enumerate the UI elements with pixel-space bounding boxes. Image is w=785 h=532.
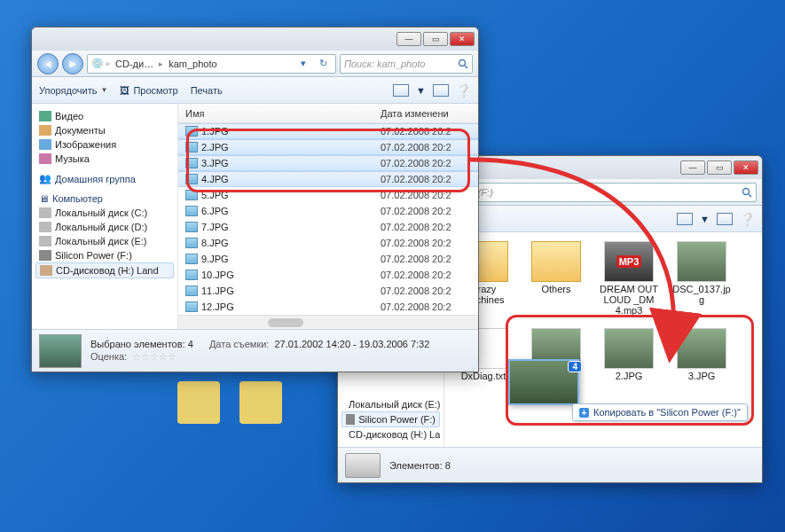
item-count: Элементов: 8 <box>389 460 451 471</box>
file-date: 07.02.2008 20:2 <box>381 238 478 248</box>
close-button[interactable]: ✕ <box>450 32 475 46</box>
help-icon[interactable]: ❔ <box>740 212 755 226</box>
status-bar: Выбрано элементов: 4 Дата съемки: 27.01.… <box>32 329 478 372</box>
toolbar: Упорядочить▼ 🖼Просмотр Печать ▼ ❔ <box>32 77 478 104</box>
file-item[interactable]: DSC_0137.jpg <box>671 241 732 316</box>
file-date: 07.02.2008 20:2 <box>381 222 478 232</box>
sidebar-item-usb[interactable]: Silicon Power (F:) <box>341 411 440 427</box>
homegroup-icon: 👥 <box>39 173 51 184</box>
file-date: 07.02.2008 20:2 <box>381 158 478 168</box>
file-row[interactable]: 11.JPG07.02.2008 20:2 <box>178 283 478 299</box>
print-button[interactable]: Печать <box>191 85 223 96</box>
view-button[interactable] <box>393 84 409 97</box>
sidebar-item-docs[interactable]: Документы <box>35 123 174 137</box>
view-button[interactable] <box>677 213 693 225</box>
image-icon <box>185 142 198 153</box>
help-icon[interactable]: ❔ <box>456 83 471 98</box>
svg-point-0 <box>459 59 466 66</box>
file-name: 8.JPG <box>201 238 229 248</box>
titlebar[interactable]: — ▭ ✕ <box>32 27 478 51</box>
image-icon <box>185 126 198 137</box>
scrollbar-horizontal[interactable] <box>178 315 478 329</box>
status-thumbnail <box>39 334 82 368</box>
file-name: 2.JPG <box>616 371 643 381</box>
sidebar-item-cd[interactable]: CD-дисковод (H:) Land <box>35 262 174 278</box>
scroll-thumb[interactable] <box>268 318 303 327</box>
sidebar-item-video[interactable]: Видео <box>35 109 174 123</box>
sidebar-group-homegroup[interactable]: 👥Домашняя группа <box>35 171 174 186</box>
address-bar: ◄ ► 💿 « CD-ди… ▸ kam_photo ▾ ↻ Поиск: ka… <box>32 51 478 77</box>
sidebar-item-drive-c[interactable]: Локальный диск (C:) <box>35 206 174 220</box>
file-row[interactable]: 1.JPG07.02.2008 20:2 <box>178 123 478 139</box>
preview-button[interactable]: 🖼Просмотр <box>120 85 177 96</box>
file-name: DREAM OUT LOUD _DM 4.mp3 <box>599 284 659 316</box>
desktop-icon[interactable] <box>239 381 282 424</box>
sidebar-item-images[interactable]: Изображения <box>35 137 174 152</box>
file-row[interactable]: 9.JPG07.02.2008 20:2 <box>178 251 478 267</box>
file-row[interactable]: 12.JPG07.02.2008 20:2 <box>178 299 478 315</box>
column-date[interactable]: Дата изменени <box>381 108 478 119</box>
file-row[interactable]: 3.JPG07.02.2008 20:2 <box>178 155 478 171</box>
image-icon <box>185 301 198 312</box>
status-bar: Элементов: 8 <box>338 447 762 482</box>
forward-button[interactable]: ► <box>62 53 83 74</box>
file-list[interactable]: Имя Дата изменени 1.JPG07.02.2008 20:22.… <box>178 104 478 329</box>
file-item[interactable]: Others <box>526 241 586 316</box>
explorer-window-source: — ▭ ✕ ◄ ► 💿 « CD-ди… ▸ kam_photo ▾ ↻ Пои… <box>31 27 479 372</box>
file-row[interactable]: 4.JPG07.02.2008 20:2 <box>178 171 478 187</box>
navigation-pane[interactable]: Видео Документы Изображения Музыка 👥Дома… <box>32 104 178 329</box>
rating-stars[interactable]: ☆☆☆☆☆ <box>132 351 177 363</box>
preview-icon: 🖼 <box>120 85 130 96</box>
desktop-icon[interactable] <box>177 381 220 424</box>
sidebar-item-music[interactable]: Музыка <box>35 152 174 166</box>
file-item[interactable]: 2.JPG <box>599 328 659 381</box>
sidebar-item-drive-d[interactable]: Локальный диск (D:) <box>35 220 174 234</box>
image-icon <box>185 286 198 296</box>
image-icon <box>185 206 198 216</box>
breadcrumb-item[interactable]: CD-ди… <box>112 59 157 69</box>
file-row[interactable]: 5.JPG07.02.2008 20:2 <box>178 187 478 203</box>
back-button[interactable]: ◄ <box>37 53 59 74</box>
sidebar-item-usb[interactable]: Silicon Power (F:) <box>35 248 174 262</box>
file-row[interactable]: 6.JPG07.02.2008 20:2 <box>178 203 478 219</box>
breadcrumb[interactable]: 💿 « CD-ди… ▸ kam_photo ▾ ↻ <box>87 54 336 74</box>
sidebar-item-drive-e[interactable]: Локальный диск (E:) <box>341 397 440 411</box>
preview-pane-button[interactable] <box>433 84 449 97</box>
file-name: DSC_0137.jpg <box>671 284 732 305</box>
image-icon <box>185 270 198 280</box>
file-thumbnail <box>604 328 654 369</box>
file-thumbnail: MP3 <box>604 241 654 282</box>
file-item[interactable]: MP3DREAM OUT LOUD _DM 4.mp3 <box>599 241 659 316</box>
file-name: 3.JPG <box>688 371 716 381</box>
sidebar-group-computer[interactable]: 🖥Компьютер <box>35 192 174 206</box>
organize-button[interactable]: Упорядочить▼ <box>39 85 107 96</box>
file-name: 4.JPG <box>201 174 229 184</box>
breadcrumb-item[interactable]: kam_photo <box>165 59 220 69</box>
file-thumbnail <box>677 241 726 282</box>
preview-pane-button[interactable] <box>717 213 733 225</box>
maximize-button[interactable]: ▭ <box>707 160 732 175</box>
column-headers[interactable]: Имя Дата изменени <box>178 104 478 123</box>
column-name[interactable]: Имя <box>178 108 381 119</box>
file-date: 07.02.2008 20:2 <box>381 174 478 184</box>
maximize-button[interactable]: ▭ <box>423 32 448 46</box>
file-row[interactable]: 2.JPG07.02.2008 20:2 <box>178 139 478 155</box>
svg-line-1 <box>465 66 467 68</box>
image-icon <box>185 238 198 248</box>
svg-line-3 <box>749 194 751 197</box>
minimize-button[interactable]: — <box>396 32 421 46</box>
file-name: 6.JPG <box>201 206 229 216</box>
search-input[interactable]: Поиск: kam_photo <box>340 54 473 74</box>
file-item[interactable]: 3.JPG <box>671 328 732 381</box>
close-button[interactable]: ✕ <box>734 160 758 175</box>
dropdown-icon[interactable]: ▾ <box>294 55 312 73</box>
refresh-icon[interactable]: ↻ <box>314 55 332 73</box>
file-row[interactable]: 10.JPG07.02.2008 20:2 <box>178 267 478 283</box>
sidebar-item-cd[interactable]: CD-дисковод (H:) Land <box>341 427 440 442</box>
file-row[interactable]: 8.JPG07.02.2008 20:2 <box>178 235 478 251</box>
image-icon <box>185 254 198 264</box>
minimize-button[interactable]: — <box>680 160 705 175</box>
file-row[interactable]: 7.JPG07.02.2008 20:2 <box>178 219 478 235</box>
sidebar-item-drive-e[interactable]: Локальный диск (E:) <box>35 234 174 248</box>
search-icon <box>742 187 752 198</box>
